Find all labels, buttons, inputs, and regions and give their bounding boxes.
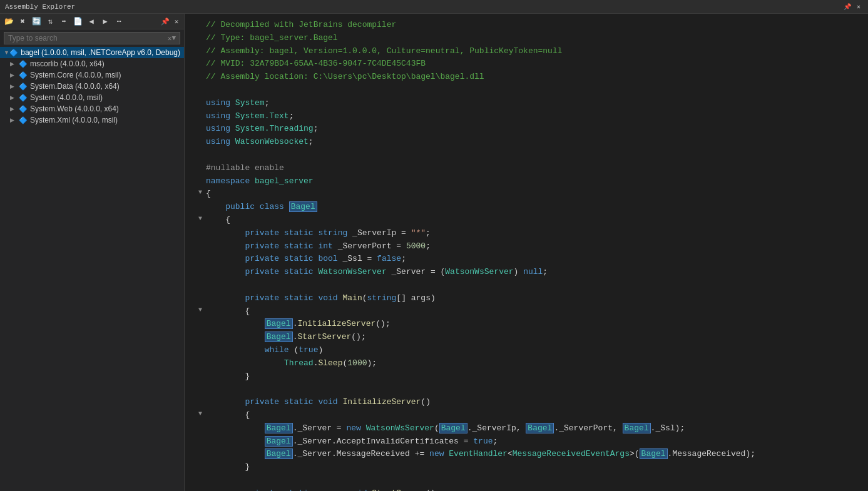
toolbar-icon-9[interactable]: ⋯ [113, 15, 125, 28]
sidebar-pin-btn[interactable]: 📌 [160, 16, 170, 26]
toolbar-icon-7[interactable]: ◀ [85, 15, 98, 28]
code-line-7: using System; [195, 97, 858, 110]
code-text-21 [206, 279, 858, 292]
code-text-9: using System.Threading; [206, 123, 858, 136]
code-text-36 [206, 474, 858, 487]
code-text-20: private static WatsonWsServer _Server = … [206, 266, 858, 279]
toolbar-icon-8[interactable]: ▶ [99, 15, 111, 28]
code-line-5: // Assembly location: C:\Users\pc\Deskto… [195, 71, 858, 84]
tree-label-bagel: bagel (1.0.0.0, msil, .NETCoreApp v6.0, … [21, 48, 180, 57]
code-text-22: private static void Main(string[] args) [206, 292, 858, 305]
code-text-34: Bagel._Server.MessageReceived += new Eve… [206, 448, 858, 461]
code-text-14: { [206, 188, 858, 201]
code-text-26: while (true) [206, 344, 858, 357]
tree-item-system-xml[interactable]: ▶ 🔷 System.Xml (4.0.0.0, msil) [0, 114, 184, 126]
code-line-15: public class Bagel [195, 201, 858, 214]
search-box: ✕ ▼ [4, 32, 180, 44]
code-line-31: ▼ { [195, 409, 858, 422]
tree-item-system-web[interactable]: ▶ 🔷 System.Web (4.0.0.0, x64) [0, 103, 184, 114]
code-text-8: using System.Text; [206, 110, 858, 123]
code-line-28: } [195, 370, 858, 383]
code-line-20: private static WatsonWsServer _Server = … [195, 266, 858, 279]
title-bar-title: Assembly Explorer [5, 3, 75, 11]
code-line-21 [195, 279, 858, 292]
toolbar-icon-1[interactable]: 📂 [3, 15, 15, 28]
code-text-13: namespace bagel_server [206, 175, 858, 188]
tree-item-system[interactable]: ▶ 🔷 System (4.0.0.0, msil) [0, 92, 184, 103]
expand-arrow-system-web[interactable]: ▶ [10, 106, 19, 112]
assembly-explorer-sidebar: 📂 ✖ 🔄 ⇅ ➡ 📄 ◀ ▶ ⋯ 📌 ✕ ✕ ▼ ▼ 🔷 bagel (1.0… [0, 14, 185, 491]
title-bar-controls: 📌 ✕ [843, 3, 863, 11]
assembly-icon-bagel: 🔷 [9, 49, 18, 57]
code-line-9: using System.Threading; [195, 123, 858, 136]
close-button[interactable]: ✕ [854, 3, 863, 11]
code-text-2: // Type: bagel_server.Bagel [206, 32, 858, 45]
code-text-1: // Decompiled with JetBrains decompiler [206, 19, 858, 32]
expand-arrow-system-core[interactable]: ▶ [10, 72, 19, 78]
title-bar: Assembly Explorer 📌 ✕ [0, 0, 868, 14]
code-text-4: // MVID: 32A79BD4-65AA-4B36-9047-7C4DE45… [206, 58, 858, 71]
code-line-26: while (true) [195, 344, 858, 357]
code-line-14: ▼ { [195, 188, 858, 201]
assembly-icon-system: 🔷 [19, 94, 28, 102]
search-clear-icon[interactable]: ✕ [168, 34, 172, 43]
assembly-tree: ▼ 🔷 bagel (1.0.0.0, msil, .NETCoreApp v6… [0, 47, 184, 491]
fold-23[interactable]: ▼ [195, 305, 206, 315]
toolbar-icon-4[interactable]: ⇅ [44, 15, 56, 28]
fold-31[interactable]: ▼ [195, 409, 206, 419]
code-text-15: public class Bagel [206, 201, 858, 214]
code-line-13: namespace bagel_server [195, 175, 858, 188]
code-content: // Decompiled with JetBrains decompiler … [185, 19, 868, 491]
tree-label-system-web: System.Web (4.0.0.0, x64) [30, 104, 180, 113]
tree-item-system-data[interactable]: ▶ 🔷 System.Data (4.0.0.0, x64) [0, 81, 184, 92]
code-line-30: private static void InitializeServer() [195, 396, 858, 409]
code-panel[interactable]: // Decompiled with JetBrains decompiler … [185, 14, 868, 491]
code-line-32: Bagel._Server = new WatsonWsServer(Bagel… [195, 422, 858, 435]
code-text-29 [206, 383, 858, 396]
main-layout: 📂 ✖ 🔄 ⇅ ➡ 📄 ◀ ▶ ⋯ 📌 ✕ ✕ ▼ ▼ 🔷 bagel (1.0… [0, 14, 868, 491]
code-text-12: #nullable enable [206, 162, 858, 175]
toolbar-icon-5[interactable]: ➡ [58, 15, 70, 28]
tree-label-mscorlib: mscorlib (4.0.0.0, x64) [30, 59, 180, 68]
code-text-5: // Assembly location: C:\Users\pc\Deskto… [206, 71, 858, 84]
code-line-1: // Decompiled with JetBrains decompiler [195, 19, 858, 32]
tree-item-system-core[interactable]: ▶ 🔷 System.Core (4.0.0.0, msil) [0, 69, 184, 81]
toolbar-icon-2[interactable]: ✖ [16, 15, 29, 28]
code-text-28: } [206, 370, 858, 383]
code-line-17: private static string _ServerIp = "*"; [195, 227, 858, 240]
code-text-24: Bagel.InitializeServer(); [206, 318, 858, 331]
code-line-33: Bagel._Server.AcceptInvalidCertificates … [195, 435, 858, 448]
toolbar-icon-6[interactable]: 📄 [71, 15, 84, 28]
toolbar-icon-3[interactable]: 🔄 [30, 15, 43, 28]
code-line-23: ▼ { [195, 305, 858, 318]
search-options-icon[interactable]: ▼ [171, 34, 176, 42]
pin-button[interactable]: 📌 [843, 3, 852, 11]
expand-arrow-system-xml[interactable]: ▶ [10, 117, 19, 123]
assembly-icon-system-xml: 🔷 [19, 116, 28, 124]
code-line-18: private static int _ServerPort = 5000; [195, 240, 858, 253]
expand-arrow-system[interactable]: ▶ [10, 94, 19, 101]
code-line-25: Bagel.StartServer(); [195, 331, 858, 344]
fold-16[interactable]: ▼ [195, 214, 206, 224]
tree-label-system-core: System.Core (4.0.0.0, msil) [30, 71, 180, 79]
assembly-icon-mscorlib: 🔷 [19, 60, 28, 68]
tree-item-mscorlib[interactable]: ▶ 🔷 mscorlib (4.0.0.0, x64) [0, 58, 184, 69]
fold-14[interactable]: ▼ [195, 188, 206, 198]
tree-item-bagel[interactable]: ▼ 🔷 bagel (1.0.0.0, msil, .NETCoreApp v6… [0, 47, 184, 58]
code-line-22: private static void Main(string[] args) [195, 292, 858, 305]
code-text-31: { [206, 409, 858, 422]
sidebar-close-btn[interactable]: ✕ [171, 16, 181, 26]
code-line-2: // Type: bagel_server.Bagel [195, 32, 858, 45]
code-text-11 [206, 149, 858, 162]
code-text-3: // Assembly: bagel, Version=1.0.0.0, Cul… [206, 45, 858, 58]
code-line-11 [195, 149, 858, 162]
expand-arrow-system-data[interactable]: ▶ [10, 83, 19, 89]
code-line-35: } [195, 461, 858, 474]
tree-label-system: System (4.0.0.0, msil) [30, 93, 180, 102]
code-line-34: Bagel._Server.MessageReceived += new Eve… [195, 448, 858, 461]
expand-arrow-mscorlib[interactable]: ▶ [10, 61, 19, 67]
expand-arrow-bagel[interactable]: ▼ [4, 49, 9, 56]
code-line-12: #nullable enable [195, 162, 858, 175]
search-input[interactable] [8, 34, 168, 43]
code-line-24: Bagel.InitializeServer(); [195, 318, 858, 331]
